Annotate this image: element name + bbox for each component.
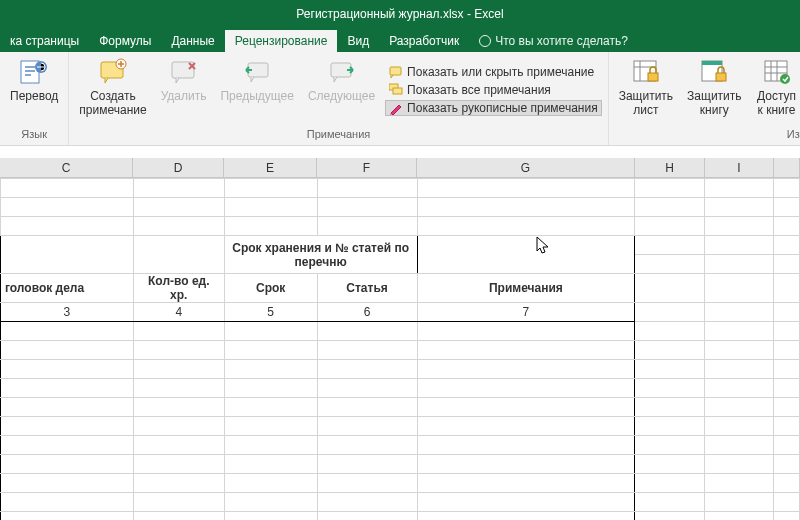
tab-review[interactable]: Рецензирование bbox=[225, 30, 338, 52]
previous-comment-button[interactable]: Предыдущее bbox=[216, 54, 297, 126]
tell-me-search[interactable]: Что вы хотите сделать? bbox=[469, 30, 638, 52]
share-workbook-label: Доступ к книге bbox=[757, 90, 796, 118]
tab-data[interactable]: Данные bbox=[161, 30, 224, 52]
svg-rect-7 bbox=[390, 67, 401, 75]
group-changes: Защитить лист Защитить книгу Доступ к кн… bbox=[609, 52, 800, 145]
protect-workbook-label: Защитить книгу bbox=[687, 90, 741, 118]
new-comment-icon bbox=[97, 56, 129, 88]
tab-page-layout[interactable]: ка страницы bbox=[0, 30, 89, 52]
show-hide-comment-button[interactable]: Показать или скрыть примечание bbox=[385, 64, 602, 80]
header-2[interactable]: Кол-во ед. хр. bbox=[133, 274, 224, 303]
show-ink-comments-icon bbox=[389, 101, 403, 115]
header-4[interactable]: Статья bbox=[317, 274, 417, 303]
protect-workbook-icon bbox=[698, 56, 730, 88]
col-header-c[interactable]: C bbox=[0, 158, 133, 177]
show-all-comments-icon bbox=[389, 83, 403, 97]
svg-rect-11 bbox=[648, 73, 658, 81]
previous-comment-icon bbox=[241, 56, 273, 88]
header-1[interactable]: головок дела bbox=[1, 274, 134, 303]
svg-rect-9 bbox=[393, 88, 402, 94]
title-bar: Регистрационный журнал.xlsx - Excel bbox=[0, 0, 800, 28]
app-title: Регистрационный журнал.xlsx - Excel bbox=[296, 7, 503, 21]
previous-comment-label: Предыдущее bbox=[220, 90, 293, 104]
svg-point-16 bbox=[780, 74, 790, 84]
colnum-2[interactable]: 4 bbox=[133, 303, 224, 322]
col-header-h[interactable]: H bbox=[635, 158, 705, 177]
share-workbook-icon bbox=[761, 56, 793, 88]
header-3[interactable]: Срок bbox=[224, 274, 317, 303]
next-comment-button[interactable]: Следующее bbox=[304, 54, 379, 126]
delete-comment-icon bbox=[168, 56, 200, 88]
col-header-e[interactable]: E bbox=[224, 158, 317, 177]
svg-rect-13 bbox=[702, 61, 722, 65]
comment-options-stack: Показать или скрыть примечание Показать … bbox=[385, 54, 602, 126]
show-all-comments-label: Показать все примечания bbox=[407, 83, 551, 97]
colnum-4[interactable]: 6 bbox=[317, 303, 417, 322]
translate-label: Перевод bbox=[10, 90, 58, 104]
group-comments: Создать примечание Удалить Предыдущее Сл… bbox=[69, 52, 608, 145]
protect-sheet-button[interactable]: Защитить лист bbox=[615, 54, 677, 126]
colnum-3[interactable]: 5 bbox=[224, 303, 317, 322]
show-all-comments-button[interactable]: Показать все примечания bbox=[385, 82, 602, 98]
tab-view[interactable]: Вид bbox=[337, 30, 379, 52]
new-comment-label: Создать примечание bbox=[79, 90, 146, 118]
ribbon-tabs: ка страницы Формулы Данные Рецензировани… bbox=[0, 28, 800, 52]
delete-comment-label: Удалить bbox=[161, 90, 207, 104]
col-header-f[interactable]: F bbox=[317, 158, 417, 177]
group-comments-label: Примечания bbox=[75, 126, 601, 143]
col-header-g[interactable]: G bbox=[417, 158, 635, 177]
column-headers: C D E F G H I bbox=[0, 158, 800, 178]
next-comment-icon bbox=[326, 56, 358, 88]
spreadsheet-area[interactable]: C D E F G H I Срок хранения и № статей п… bbox=[0, 146, 800, 520]
protect-sheet-label: Защитить лист bbox=[619, 90, 673, 118]
show-ink-comments-button[interactable]: Показать рукописные примечания bbox=[385, 100, 602, 116]
colnum-1[interactable]: 3 bbox=[1, 303, 134, 322]
group-changes-label: Изменения bbox=[615, 126, 800, 143]
show-ink-comments-label: Показать рукописные примечания bbox=[407, 101, 598, 115]
col-header-i[interactable]: I bbox=[705, 158, 774, 177]
col-header-partial[interactable] bbox=[774, 158, 800, 177]
new-comment-button[interactable]: Создать примечание bbox=[75, 54, 150, 126]
group-language-label: Язык bbox=[6, 126, 62, 143]
group-language: Перевод Язык bbox=[0, 52, 69, 145]
header-5[interactable]: Примечания bbox=[417, 274, 635, 303]
translate-button[interactable]: Перевод bbox=[6, 54, 62, 126]
show-hide-comment-label: Показать или скрыть примечание bbox=[407, 65, 594, 79]
tab-formulas[interactable]: Формулы bbox=[89, 30, 161, 52]
ribbon: Перевод Язык Создать примечание Удалить bbox=[0, 52, 800, 146]
protect-sheet-icon bbox=[630, 56, 662, 88]
colnum-5[interactable]: 7 bbox=[417, 303, 635, 322]
protect-workbook-button[interactable]: Защитить книгу bbox=[683, 54, 745, 126]
next-comment-label: Следующее bbox=[308, 90, 375, 104]
col-header-d[interactable]: D bbox=[133, 158, 224, 177]
delete-comment-button[interactable]: Удалить bbox=[157, 54, 211, 126]
share-workbook-button[interactable]: Доступ к книге bbox=[752, 54, 800, 126]
lightbulb-icon bbox=[479, 35, 491, 47]
tell-me-placeholder: Что вы хотите сделать? bbox=[495, 34, 628, 48]
translate-icon bbox=[18, 56, 50, 88]
tab-developer[interactable]: Разработчик bbox=[379, 30, 469, 52]
cell-grid[interactable]: Срок хранения и № статей по перечню голо… bbox=[0, 178, 800, 520]
svg-rect-14 bbox=[716, 73, 726, 81]
show-hide-comment-icon bbox=[389, 65, 403, 79]
merged-header-cell[interactable]: Срок хранения и № статей по перечню bbox=[224, 236, 417, 274]
